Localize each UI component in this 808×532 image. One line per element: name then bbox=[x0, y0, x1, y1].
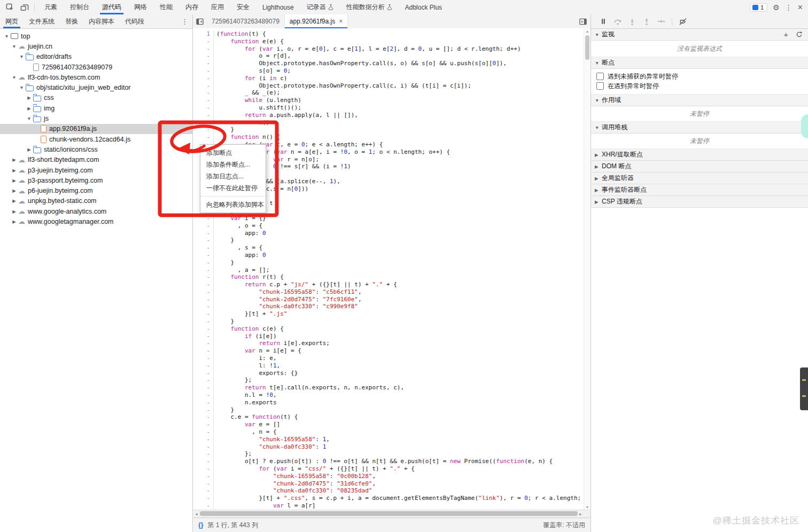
refresh-watch-icon[interactable] bbox=[796, 31, 803, 38]
gutter-line-number[interactable]: - bbox=[193, 465, 214, 473]
gutter-line-number[interactable]: - bbox=[193, 377, 214, 384]
settings-gear-icon[interactable]: ⚙ bbox=[773, 4, 780, 11]
breakpoint-toggle[interactable]: 遇到未捕获的异常时暂停 bbox=[596, 72, 808, 81]
gutter-line-number[interactable]: - bbox=[193, 134, 214, 141]
tree-arrow-icon[interactable]: ▼ bbox=[26, 116, 33, 121]
code-line[interactable]: - }[t] + ".js" bbox=[193, 310, 591, 318]
gutter-line-number[interactable]: 1 bbox=[193, 30, 214, 38]
section-header-global-listeners[interactable]: ▶全局监听器 bbox=[591, 173, 808, 184]
code-line[interactable]: - "chunk-da0fc330": 1 bbox=[193, 443, 591, 451]
gutter-line-number[interactable]: - bbox=[193, 296, 214, 303]
gutter-line-number[interactable]: - bbox=[193, 421, 214, 428]
code-line[interactable]: - o = r[d], bbox=[193, 52, 591, 60]
section-header-dom-breakpoints[interactable]: ▶DOM 断点 bbox=[591, 161, 808, 173]
sidebar-tab-snippets[interactable]: 代码段 bbox=[120, 14, 150, 28]
tree-arrow-icon[interactable]: ▶ bbox=[26, 95, 33, 100]
code-line[interactable]: - } bbox=[193, 406, 591, 414]
code-line[interactable]: - for (i in c) bbox=[193, 75, 591, 82]
vertical-scroll-thumb[interactable] bbox=[585, 35, 589, 60]
code-line[interactable]: - exports: {} bbox=[193, 370, 591, 377]
code-line[interactable]: - return a.push.apply(a, l || []), bbox=[193, 112, 591, 119]
tree-arrow-icon[interactable]: ▼ bbox=[11, 44, 18, 49]
horizontal-scroll-thumb[interactable] bbox=[200, 511, 578, 516]
step-out-icon[interactable] bbox=[642, 17, 651, 26]
gutter-line-number[interactable]: - bbox=[193, 267, 214, 274]
navigator-more-icon[interactable]: ⋮ bbox=[181, 14, 188, 28]
gutter-line-number[interactable]: - bbox=[193, 119, 214, 127]
code-line[interactable]: - return i[e].exports; bbox=[193, 340, 591, 347]
deactivate-breakpoints-icon[interactable] bbox=[678, 17, 688, 26]
tree-arrow-icon[interactable]: ▶ bbox=[11, 168, 18, 173]
code-line[interactable]: - } bbox=[193, 237, 591, 244]
section-header-xhr-breakpoints[interactable]: ▶XHR/提取断点 bbox=[591, 149, 808, 161]
gutter-line-number[interactable]: - bbox=[193, 318, 214, 325]
device-toolbar-icon[interactable] bbox=[19, 3, 30, 12]
code-line[interactable]: - c.e = function(t) { bbox=[193, 413, 591, 421]
code-line[interactable]: - i: e, bbox=[193, 355, 591, 362]
section-header-call-stack[interactable]: ▼调用堆栈 bbox=[591, 122, 808, 134]
menu-item-never-pause-here[interactable]: 一律不在此处暂停 bbox=[200, 182, 266, 194]
step-over-icon[interactable] bbox=[613, 17, 623, 26]
tree-item[interactable]: ▶☁p6-juejin.byteimg.com bbox=[0, 185, 192, 195]
tree-arrow-icon[interactable]: ▶ bbox=[11, 178, 18, 183]
tab-adblock-plus[interactable]: Adblock Plus bbox=[399, 0, 448, 14]
tree-arrow-icon[interactable]: ▶ bbox=[11, 219, 18, 224]
code-line[interactable]: - }; bbox=[193, 450, 591, 458]
section-header-event-listener-breakpoints[interactable]: ▶事件监听器断点 bbox=[591, 184, 808, 196]
gutter-line-number[interactable]: - bbox=[193, 399, 214, 406]
code-line[interactable]: - while (u.length) bbox=[193, 97, 591, 104]
tab-console[interactable]: 控制台 bbox=[64, 0, 96, 14]
pretty-print-icon[interactable]: {} bbox=[198, 521, 203, 529]
gutter-line-number[interactable]: - bbox=[193, 60, 214, 67]
tree-item[interactable]: ▶static/ionicons/css bbox=[0, 144, 192, 154]
code-line[interactable]: - "chunk-da0fc330": "08235dad" bbox=[193, 487, 591, 495]
sidebar-tab-content-scripts[interactable]: 内容脚本 bbox=[83, 14, 120, 28]
gutter-line-number[interactable]: - bbox=[193, 52, 214, 60]
code-line[interactable]: - return c.p + "js/" + ({}[t] || t) + ".… bbox=[193, 281, 591, 288]
code-line[interactable]: - , a = []; bbox=[193, 267, 591, 274]
close-devtools-icon[interactable]: × bbox=[798, 3, 803, 12]
code-line[interactable]: - }[t] + ".css", s = c.p + i, a = docume… bbox=[193, 495, 591, 502]
tab-performance-insights[interactable]: 性能数据分析 bbox=[340, 0, 399, 14]
tab-elements[interactable]: 元素 bbox=[38, 0, 64, 14]
tree-item[interactable]: ▼js bbox=[0, 113, 192, 123]
code-line[interactable]: - n.l = !0, bbox=[193, 392, 591, 399]
code-line[interactable]: - function c(e) { bbox=[193, 325, 591, 333]
code-line[interactable]: - }; bbox=[193, 377, 591, 384]
code-line[interactable]: - , n = { bbox=[193, 428, 591, 436]
tree-item[interactable]: app.92061f9a.js bbox=[0, 124, 192, 134]
extension-scroll-widget[interactable] bbox=[800, 367, 808, 410]
sidebar-tab-overrides[interactable]: 替换 bbox=[60, 14, 83, 28]
checkbox-icon[interactable] bbox=[596, 73, 604, 80]
gutter-line-number[interactable]: - bbox=[193, 310, 214, 318]
tree-item[interactable]: ▶css bbox=[0, 93, 192, 103]
menu-item-add-breakpoint[interactable]: 添加断点 bbox=[200, 147, 266, 159]
tree-item[interactable]: 7259614073263489079 bbox=[0, 62, 192, 72]
console-messages-badge[interactable]: 1 bbox=[750, 3, 767, 12]
gutter-line-number[interactable]: - bbox=[193, 244, 214, 252]
code-line[interactable]: - _ && _(e); bbox=[193, 89, 591, 97]
code-line[interactable]: - "chunk-16595a58": "0c00b128", bbox=[193, 473, 591, 480]
code-line[interactable]: - o[t] ? e.push(o[t]) : 0 !== o[t] && n[… bbox=[193, 458, 591, 465]
code-line[interactable]: - Object.prototype.hasOwnProperty.call(s… bbox=[193, 60, 591, 67]
gutter-line-number[interactable]: - bbox=[193, 259, 214, 267]
gutter-line-number[interactable]: - bbox=[193, 126, 214, 134]
gutter-line-number[interactable]: - bbox=[193, 340, 214, 347]
gutter-line-number[interactable]: - bbox=[193, 436, 214, 443]
menu-item-add-logpoint[interactable]: 添加日志点... bbox=[200, 170, 266, 182]
code-line[interactable]: - , s = { bbox=[193, 244, 591, 252]
tree-arrow-icon[interactable]: ▼ bbox=[11, 75, 18, 80]
tree-item[interactable]: ▼☁lf3-cdn-tos.bytescm.com bbox=[0, 72, 192, 82]
code-line[interactable]: - } bbox=[193, 318, 591, 325]
gutter-line-number[interactable]: - bbox=[193, 428, 214, 436]
code-line[interactable]: - var l = a[r] bbox=[193, 502, 591, 510]
tab-application[interactable]: 应用 bbox=[205, 0, 230, 14]
gutter-line-number[interactable]: - bbox=[193, 303, 214, 310]
code-line[interactable]: - app: 0 bbox=[193, 252, 591, 259]
tab-security[interactable]: 安全 bbox=[230, 0, 256, 14]
tree-arrow-icon[interactable]: ▼ bbox=[18, 85, 25, 90]
gutter-line-number[interactable]: - bbox=[193, 480, 214, 488]
code-line[interactable]: - "chunk-16595a58": "c5b6cf11", bbox=[193, 288, 591, 296]
tab-memory[interactable]: 内存 bbox=[179, 0, 205, 14]
gutter-line-number[interactable]: - bbox=[193, 281, 214, 288]
